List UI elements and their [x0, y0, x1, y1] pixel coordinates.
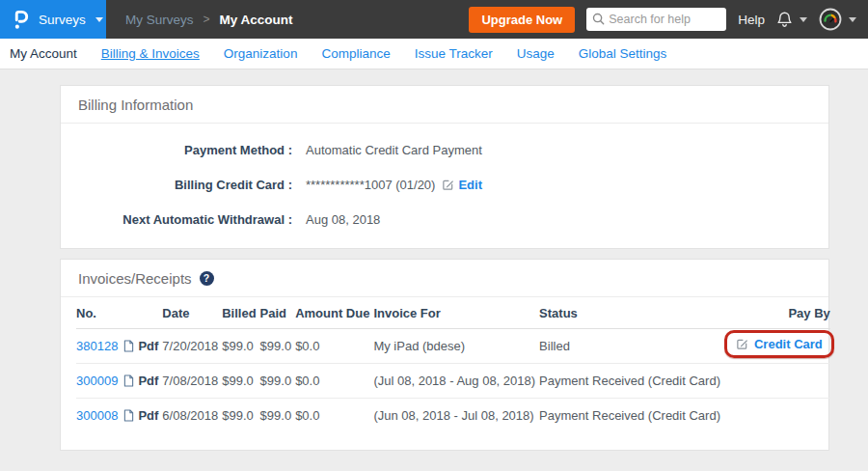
invoice-amount-due: $0.0	[295, 329, 373, 364]
pdf-file-icon	[123, 374, 134, 387]
invoice-paid: $99.0	[260, 399, 296, 433]
top-bar: Surveys My Surveys > My Account Upgrade …	[0, 0, 868, 39]
search-icon	[592, 13, 605, 25]
tab-organization[interactable]: Organization	[224, 46, 298, 61]
invoice-pay-by	[724, 364, 830, 399]
pdf-file-icon	[123, 340, 134, 352]
invoice-number-link[interactable]: 380128	[76, 339, 118, 353]
billing-information-panel: Billing Information Payment Method : Aut…	[60, 85, 829, 249]
column-header-pay-by: Pay By	[724, 297, 830, 329]
pdf-label: Pdf	[138, 408, 158, 423]
payment-method-value: Automatic Credit Card Payment	[306, 143, 482, 157]
account-nav-tabs: My Account Billing & Invoices Organizati…	[0, 39, 868, 69]
pdf-label: Pdf	[138, 339, 158, 353]
tab-my-account[interactable]: My Account	[10, 46, 77, 61]
masked-card-number: ************1007 (01/20)	[306, 178, 435, 192]
invoice-status: Billed	[539, 329, 724, 364]
bell-icon	[776, 11, 793, 28]
top-bar-right: Upgrade Now Help	[469, 7, 868, 33]
table-header-row: No. Date Billed Paid Amount Due Invoice …	[76, 297, 830, 329]
tab-global-settings[interactable]: Global Settings	[579, 46, 667, 61]
edit-pencil-icon	[736, 338, 748, 350]
invoice-status: Payment Received (Credit Card)	[539, 364, 724, 399]
pdf-file-icon	[123, 409, 134, 422]
invoice-date: 7/08/2018	[162, 364, 222, 399]
invoice-date: 6/08/2018	[162, 399, 222, 433]
invoices-table: No. Date Billed Paid Amount Due Invoice …	[76, 297, 830, 432]
breadcrumb-item-my-surveys[interactable]: My Surveys	[125, 13, 194, 27]
invoice-billed: $99.0	[222, 399, 259, 433]
column-header-amount-due: Amount Due	[295, 297, 373, 329]
pdf-download-link[interactable]: Pdf	[123, 339, 158, 353]
invoice-number-link[interactable]: 300008	[76, 408, 118, 423]
questionpro-logo-icon	[13, 8, 29, 31]
column-header-paid: Paid	[260, 297, 296, 329]
chevron-down-icon	[800, 17, 807, 22]
pdf-download-link[interactable]: Pdf	[123, 374, 158, 388]
table-row: 300008 Pdf 6/08/2018 $99.0 $99.0 $0.0	[76, 399, 830, 433]
column-header-date: Date	[162, 297, 222, 329]
user-avatar	[819, 8, 842, 31]
invoices-receipts-title: Invoices/Receipts	[78, 270, 192, 287]
pay-by-credit-card-button[interactable]: Credit Card	[736, 337, 823, 351]
invoice-amount-due: $0.0	[295, 364, 373, 399]
billing-information-title: Billing Information	[61, 86, 828, 124]
tab-billing-invoices[interactable]: Billing & Invoices	[101, 46, 200, 61]
help-link[interactable]: Help	[738, 13, 765, 27]
billing-credit-card-value: ************1007 (01/20) Edit	[306, 178, 482, 192]
breadcrumb-separator: >	[203, 13, 210, 26]
help-search-input[interactable]	[609, 13, 726, 26]
column-header-status: Status	[539, 297, 724, 329]
billing-info-rows: Payment Method : Automatic Credit Card P…	[61, 124, 828, 248]
help-search-box	[586, 8, 726, 31]
invoice-amount-due: $0.0	[295, 399, 373, 433]
tab-usage[interactable]: Usage	[517, 46, 555, 61]
pdf-label: Pdf	[138, 374, 158, 388]
invoice-status: Payment Received (Credit Card)	[539, 399, 724, 433]
invoice-date: 7/20/2018	[162, 329, 222, 364]
annotation-highlight-ring: Credit Card	[724, 330, 834, 358]
invoices-receipts-header: Invoices/Receipts ?	[61, 260, 828, 297]
invoice-pay-by	[724, 399, 830, 433]
tab-compliance[interactable]: Compliance	[321, 46, 390, 61]
next-withdrawal-label: Next Automatic Withdrawal :	[78, 212, 292, 227]
breadcrumb-item-my-account: My Account	[220, 13, 293, 27]
invoice-for: (Jul 08, 2018 - Aug 08, 2018)	[373, 364, 539, 399]
next-withdrawal-row: Next Automatic Withdrawal : Aug 08, 2018	[78, 212, 811, 227]
table-row: 380128 Pdf 7/20/2018 $99.0 $99.0 $0.0	[76, 329, 830, 364]
invoices-receipts-panel: Invoices/Receipts ? No. Date Billed Paid…	[60, 259, 829, 451]
surveys-product-menu[interactable]: Surveys	[0, 0, 106, 39]
invoice-paid: $99.0	[260, 364, 296, 399]
payment-method-label: Payment Method :	[78, 143, 292, 157]
invoice-number-link[interactable]: 300009	[76, 374, 118, 388]
pay-by-label: Credit Card	[754, 337, 823, 351]
invoice-paid: $99.0	[260, 329, 296, 364]
notifications-menu[interactable]	[776, 11, 807, 28]
billing-credit-card-row: Billing Credit Card : ************1007 (…	[78, 178, 811, 192]
billing-credit-card-label: Billing Credit Card :	[78, 178, 292, 192]
invoice-for: (Jun 08, 2018 - Jul 08, 2018)	[373, 399, 539, 433]
invoice-for: My iPad (bdese)	[373, 329, 539, 364]
invoice-billed: $99.0	[222, 329, 259, 364]
chevron-down-icon	[849, 17, 856, 22]
column-header-billed: Billed	[222, 297, 259, 329]
edit-label: Edit	[458, 178, 482, 192]
surveys-menu-label: Surveys	[39, 13, 86, 27]
edit-pencil-icon	[442, 179, 454, 191]
pdf-download-link[interactable]: Pdf	[123, 408, 158, 423]
next-withdrawal-value: Aug 08, 2018	[306, 212, 380, 227]
table-row: 300009 Pdf 7/08/2018 $99.0 $99.0 $0.0	[76, 364, 830, 399]
column-header-invoice-for: Invoice For	[373, 297, 539, 329]
breadcrumb: My Surveys > My Account	[125, 13, 293, 27]
upgrade-now-button[interactable]: Upgrade Now	[469, 7, 575, 33]
chevron-down-icon	[95, 17, 103, 22]
column-header-no: No.	[76, 297, 162, 329]
account-menu[interactable]	[819, 8, 856, 31]
edit-credit-card-button[interactable]: Edit	[442, 178, 482, 192]
help-icon[interactable]: ?	[200, 271, 214, 286]
tab-issue-tracker[interactable]: Issue Tracker	[415, 46, 493, 61]
invoice-billed: $99.0	[222, 364, 259, 399]
payment-method-row: Payment Method : Automatic Credit Card P…	[78, 143, 811, 157]
